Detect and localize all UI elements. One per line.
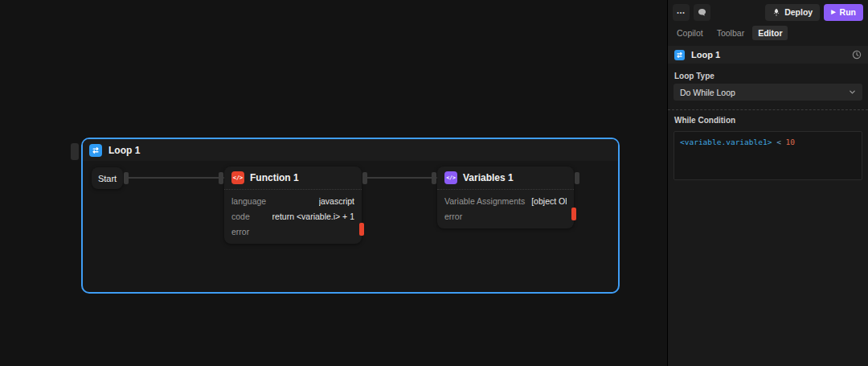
tab-copilot[interactable]: Copilot (671, 26, 709, 40)
function-node-header[interactable]: </> Function 1 (224, 167, 362, 190)
edge-function-to-variables (365, 177, 437, 179)
loop-type-value: Do While Loop (680, 88, 735, 97)
variables-error-output-handle[interactable] (571, 208, 576, 220)
play-icon: ▶ (831, 9, 835, 15)
function-row-error[interactable]: error (231, 224, 354, 239)
loop-type-select[interactable]: Do While Loop (674, 84, 862, 101)
app-window: Loop 1 Start </> Function 1 l (0, 0, 868, 366)
variables-input-handle[interactable] (432, 172, 436, 184)
while-condition-editor[interactable]: <variable.variable1> < 10 (674, 131, 862, 180)
flow-canvas[interactable]: Loop 1 Start </> Function 1 l (0, 0, 667, 366)
panel-toolbar: ••• Deploy ▶ Run (668, 0, 868, 21)
variables-row-error[interactable]: error (444, 208, 567, 224)
inspector-panel: ••• Deploy ▶ Run Copilot Toolbar (667, 0, 868, 366)
tab-toolbar[interactable]: Toolbar (711, 26, 750, 40)
run-button-label: Run (840, 7, 856, 17)
selected-node-title: Loop 1 (691, 50, 720, 60)
code-icon: </> (231, 171, 244, 184)
function-node[interactable]: </> Function 1 language javascript code … (224, 167, 362, 244)
variables-row-assignments[interactable]: Variable Assignments [object Obje… (444, 193, 567, 208)
edge-start-to-function (128, 177, 224, 179)
loop-group-title: Loop 1 (108, 145, 140, 156)
start-node-label: Start (98, 174, 117, 183)
while-condition-label: While Condition (668, 110, 868, 128)
more-options-button[interactable]: ••• (673, 4, 690, 21)
comments-button[interactable] (694, 4, 710, 21)
function-input-handle[interactable] (219, 172, 223, 184)
function-row-language[interactable]: language javascript (231, 193, 354, 208)
condition-value-token: 10 (786, 138, 795, 146)
run-button[interactable]: ▶ Run (824, 4, 863, 21)
variables-node[interactable]: </> Variables 1 Variable Assignments [ob… (437, 167, 574, 228)
chat-bubble-icon (698, 8, 706, 17)
condition-variable-token: <variable.variable1> (680, 138, 772, 146)
rocket-icon (772, 8, 780, 16)
loop-group-node[interactable]: Loop 1 Start </> Function 1 l (81, 138, 620, 294)
variables-node-header[interactable]: </> Variables 1 (437, 167, 574, 190)
loop-icon-small (674, 50, 685, 60)
function-output-handle[interactable] (362, 172, 367, 184)
tab-editor[interactable]: Editor (752, 26, 788, 40)
selected-node-header[interactable]: Loop 1 (668, 46, 868, 64)
deploy-button-label: Deploy (784, 7, 813, 17)
loop-icon (89, 144, 102, 157)
loop-type-label: Loop Type (668, 64, 868, 84)
ellipsis-icon: ••• (677, 10, 685, 15)
variables-icon: </> (444, 171, 457, 184)
loop-group-input-handle[interactable] (71, 143, 79, 160)
variables-node-title: Variables 1 (463, 172, 514, 183)
function-error-output-handle[interactable] (359, 223, 364, 236)
function-row-code[interactable]: code return <variable.i> + 1 (231, 208, 354, 224)
start-node[interactable]: Start (92, 167, 123, 189)
panel-tabs: Copilot Toolbar Editor (668, 21, 868, 44)
chevron-down-icon (849, 88, 856, 96)
function-node-title: Function 1 (250, 172, 299, 183)
deploy-button[interactable]: Deploy (765, 4, 820, 21)
node-status-icon[interactable] (852, 50, 862, 60)
variables-output-handle[interactable] (575, 172, 579, 184)
loop-group-header[interactable]: Loop 1 (83, 139, 618, 161)
